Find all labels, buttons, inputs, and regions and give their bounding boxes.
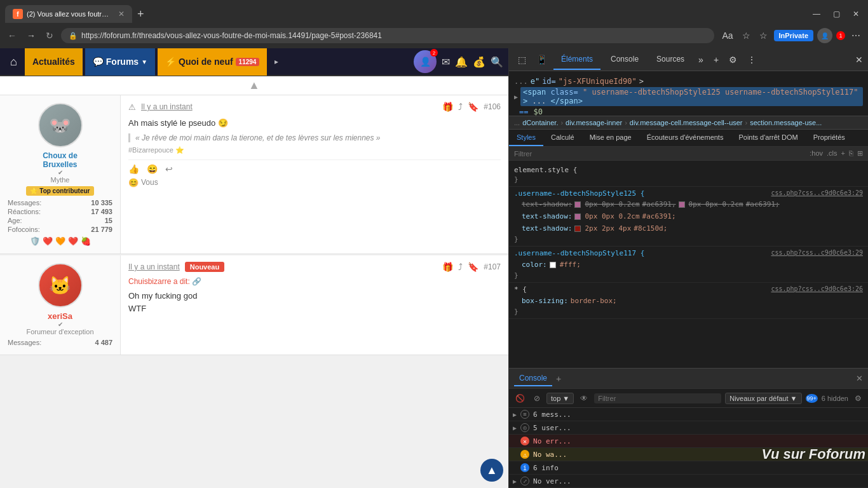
level-selector[interactable]: Niveaux par défaut ▼ [725,393,801,404]
filter-input[interactable] [514,150,804,158]
reaction-btn[interactable]: 😄 [147,164,158,174]
actualites-nav[interactable]: Actualités [25,48,83,76]
forward-btn[interactable]: → [24,28,38,43]
post-username[interactable]: Choux deBruxelles [43,151,78,169]
source-star[interactable]: css.php?css..c9d0c6e3:26 [771,285,864,294]
console-filter-input[interactable] [594,393,721,403]
post-username-2[interactable]: xeriSa [48,311,72,321]
collections-btn[interactable]: ☆ [757,28,770,43]
settings-icon[interactable]: ⚙ [725,52,741,67]
forums-nav[interactable]: 💬 Forums ▼ [85,48,155,76]
more-nav[interactable]: ▸ [269,57,283,66]
copy-style[interactable]: ⎘ [849,149,853,158]
styles-tab-events[interactable]: Écouteurs d'événements [639,130,731,146]
new-tab-btn[interactable]: + [132,8,149,21]
tab-sources[interactable]: Sources [649,50,692,70]
source-117[interactable]: css.php?css..c9d0c6e3:29 [771,249,864,257]
clear-console-btn[interactable]: 🚫 [513,393,527,404]
prop-textshadow-1: text-shadow: 0px 0px 0.2cm #ac6391, 0px … [514,199,863,210]
restore-btn[interactable]: ▢ [829,10,844,18]
favorites-star-btn[interactable]: ☆ [740,28,753,43]
minimize-btn[interactable]: — [809,10,824,18]
styles-tab-computed[interactable]: Calculé [543,130,582,146]
inspect-icon[interactable]: ⬚ [514,52,530,67]
tab-close-btn[interactable]: ✕ [118,10,125,18]
bc-section[interactable]: section.message-use... [750,119,822,126]
cls-filter[interactable]: .cls [827,149,837,158]
quote-from[interactable]: Chuisbizarre a dit: 🔗 [128,277,501,286]
user-avatar-nav[interactable]: 👤 2 [414,50,437,73]
context-selector[interactable]: top ▼ [546,393,574,404]
color-swatch-4[interactable] [574,222,582,235]
close-btn[interactable]: ✕ [849,10,863,18]
share-icon[interactable]: ⤴ [458,102,463,112]
more-tabs-icon[interactable]: » [695,52,707,67]
profile-avatar[interactable]: 👤 [817,28,832,43]
console-tab[interactable]: Console [514,371,552,386]
post-time[interactable]: Il y a un instant [141,102,193,111]
read-mode-btn[interactable]: Aa [719,28,735,43]
post-time-2[interactable]: Il y a un instant [128,262,180,271]
back-btn[interactable]: ← [5,28,19,43]
console-close-btn[interactable]: ✕ [856,374,863,383]
console-add-btn[interactable]: + [556,374,561,384]
tab-elements[interactable]: Éléments [553,50,600,70]
expand-btn-1[interactable]: ▶ [513,411,517,418]
console-settings-btn[interactable]: ⚙ [852,393,864,404]
devtools-close-btn[interactable]: ✕ [855,55,863,65]
notification-badge[interactable]: 1 [836,31,845,40]
wallet-icon[interactable]: 💰 [473,56,485,68]
mail-icon[interactable]: ✉ [442,56,450,68]
html-selected-span[interactable]: <span class= " username--dbtechShopStyle… [520,87,863,106]
tab-console[interactable]: Console [603,50,646,70]
color-swatch-3[interactable] [574,210,582,223]
reply-icon[interactable]: ↩ [165,164,173,174]
bookmark-icon[interactable]: 🔖 [468,102,478,112]
inprivate-btn[interactable]: InPrivate [774,30,813,41]
bc-dcontainer[interactable]: dContainer. [522,119,558,126]
bc-message-cell[interactable]: div.message-cell.message-cell--user [630,119,743,126]
color-swatch-5[interactable] [550,259,557,271]
add-tab-icon[interactable]: + [710,52,722,67]
like-icon[interactable]: 👍 [128,164,139,174]
block-icon[interactable]: ⊘ [531,393,543,404]
eye-icon[interactable]: 👁 [578,393,590,404]
styles-tab-layout[interactable]: Mise en page [582,130,639,146]
post-actions-2: 🎁 ⤴ 🔖 #107 [442,262,501,272]
expand-btn-2[interactable]: ▶ [513,424,517,431]
settings-btn[interactable]: ⋯ [849,28,863,43]
bc-message-inner[interactable]: div.message-inner [566,119,622,126]
color-swatch-2[interactable] [679,199,686,210]
alert-icon[interactable]: ⚠ [128,102,136,112]
styles-tab-dom[interactable]: Points d'arrêt DOM [731,130,805,146]
source-125[interactable]: css.php?css..c9d0c6e3:29 [771,189,864,198]
styles-tab-styles[interactable]: Styles [509,130,543,146]
device-icon[interactable]: 📱 [532,52,551,67]
console-row-1[interactable]: ▶ ≡ 6 mess... [509,408,868,421]
styles-tab-props[interactable]: Propriétés [806,130,853,146]
hov-filter[interactable]: :hov [810,149,823,158]
url-box[interactable]: 🔒 https://foforum.fr/threads/vous-allez-… [61,28,714,43]
expand-triangle[interactable]: ▶ [514,93,518,100]
quoideneuf-nav[interactable]: ⚡ Quoi de neuf 11294 [158,48,267,76]
more-style[interactable]: ⊞ [857,149,863,158]
scroll-down-btn[interactable]: ▲ [480,459,503,482]
console-row-6[interactable]: ▶ ⤢ No ver... [509,475,868,488]
refresh-btn[interactable]: ↻ [43,28,56,43]
active-tab[interactable]: f (2) Vous allez vous foutre de mo... ✕ [5,5,132,23]
console-header: Console + ✕ [509,369,868,389]
gift-icon-2[interactable]: 🎁 [442,262,453,272]
home-icon[interactable]: ⌂ [5,50,22,74]
expand-btn-6[interactable]: ▶ [513,478,517,485]
more-options-icon[interactable]: ⋮ [743,52,760,67]
console-row-5[interactable]: ▶ i 6 info [509,461,868,475]
share-icon-2[interactable]: ⤴ [458,262,463,272]
color-swatch-1[interactable] [574,199,582,210]
bookmark-icon-2[interactable]: 🔖 [468,262,478,272]
gift-icon[interactable]: 🎁 [442,102,453,112]
bell-icon[interactable]: 🔔 [455,56,468,68]
search-icon[interactable]: 🔍 [491,56,503,68]
add-style[interactable]: + [841,149,845,158]
console-row-2[interactable]: ▶ ◎ 5 user... [509,421,868,435]
scroll-up-indicator[interactable]: ▲ [248,79,260,92]
